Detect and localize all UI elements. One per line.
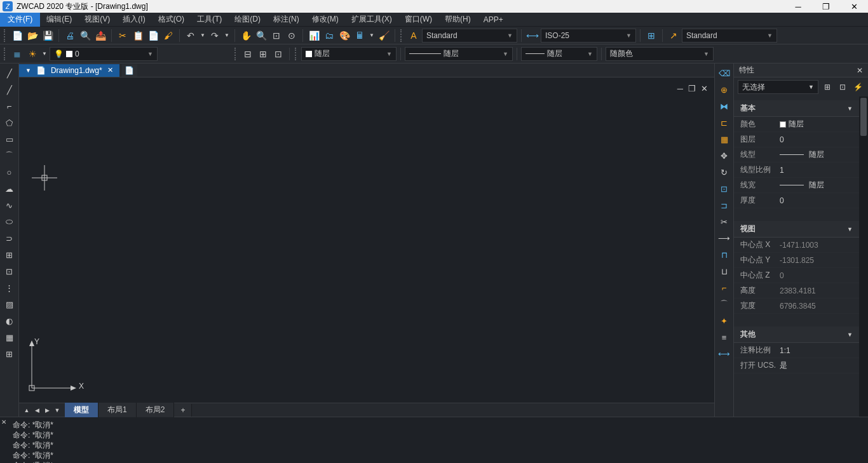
properties-scrollbar[interactable] bbox=[859, 97, 868, 417]
copy-obj-icon[interactable]: ⊕ bbox=[717, 83, 731, 97]
redo-icon[interactable]: ↷ bbox=[208, 29, 222, 43]
viewport-restore-icon[interactable]: ❐ bbox=[688, 84, 696, 93]
break-icon[interactable]: ⊓ bbox=[717, 248, 731, 262]
scale-icon[interactable]: ⊡ bbox=[717, 182, 731, 196]
design-center-icon[interactable]: 🗂 bbox=[322, 29, 336, 43]
mirror-icon[interactable]: ⧓ bbox=[717, 99, 731, 113]
prop-row-annoscale[interactable]: 注释比例1:1 bbox=[734, 343, 859, 358]
section-view[interactable]: 视图▼ bbox=[734, 221, 859, 238]
align-icon[interactable]: ≡ bbox=[717, 330, 731, 344]
layer-dropdown[interactable]: 💡0▼ bbox=[50, 47, 158, 61]
grip-icon[interactable] bbox=[400, 29, 404, 42]
tab-close-icon[interactable]: ✕ bbox=[107, 66, 113, 74]
layout-tab-layout2[interactable]: 布局2 bbox=[137, 403, 175, 417]
zoom-window-icon[interactable]: ⊡ bbox=[269, 29, 283, 43]
menu-dimension[interactable]: 标注(N) bbox=[267, 12, 306, 27]
undo-icon[interactable]: ↶ bbox=[184, 29, 198, 43]
text-style-dropdown[interactable]: Standard▼ bbox=[422, 29, 517, 43]
copy-icon[interactable]: 📋 bbox=[131, 29, 145, 43]
document-tab[interactable]: ▼ 📄 Drawing1.dwg* ✕ bbox=[19, 64, 119, 77]
prop-row-ucs[interactable]: 打开 UCS...是 bbox=[734, 358, 859, 373]
open-file-icon[interactable]: 📂 bbox=[25, 29, 39, 43]
layout-tab-add[interactable]: + bbox=[174, 404, 192, 417]
grip-icon[interactable] bbox=[4, 48, 8, 60]
paste-icon[interactable]: 📄 bbox=[146, 29, 160, 43]
minimize-button[interactable]: ─ bbox=[784, 0, 812, 13]
lengthen-icon[interactable]: ⟷ bbox=[717, 347, 731, 361]
maximize-button[interactable]: ❐ bbox=[812, 0, 840, 13]
layer-off-icon[interactable]: ⊡ bbox=[271, 47, 285, 61]
polygon-icon[interactable]: ⬠ bbox=[3, 116, 17, 130]
make-block-icon[interactable]: ⊡ bbox=[3, 264, 17, 278]
match-props-icon[interactable]: 🖌 bbox=[161, 29, 175, 43]
drawing-viewport[interactable]: ─ ❐ ✕ Y X bbox=[19, 77, 714, 403]
section-other[interactable]: 其他▼ bbox=[734, 326, 859, 343]
command-close-icon[interactable]: ✕ bbox=[1, 419, 6, 426]
plotstyle-dropdown[interactable]: 随颜色▼ bbox=[606, 47, 714, 61]
rotate-icon[interactable]: ↻ bbox=[717, 165, 731, 179]
table-style-icon[interactable]: ⊞ bbox=[644, 29, 658, 43]
menu-help[interactable]: 帮助(H) bbox=[438, 12, 477, 27]
menu-file[interactable]: 文件(F) bbox=[0, 13, 40, 27]
section-basic[interactable]: 基本▼ bbox=[734, 100, 859, 117]
menu-window[interactable]: 窗口(W) bbox=[398, 12, 438, 27]
undo-dropdown-icon[interactable]: ▼ bbox=[199, 29, 207, 43]
menu-tools[interactable]: 工具(T) bbox=[191, 12, 228, 27]
region-icon[interactable]: ▦ bbox=[3, 330, 17, 344]
layout-tab-layout1[interactable]: 布局1 bbox=[98, 403, 137, 417]
prop-row-color[interactable]: 颜色随层 bbox=[734, 117, 859, 132]
menu-view[interactable]: 视图(V) bbox=[78, 12, 116, 27]
point-icon[interactable]: ⋮ bbox=[3, 281, 17, 295]
layout-first-icon[interactable]: ▲ bbox=[22, 405, 32, 415]
layer-states-icon[interactable]: ☀ bbox=[25, 47, 39, 61]
new-tab-icon[interactable]: 📄 bbox=[122, 64, 137, 77]
menu-insert[interactable]: 插入(I) bbox=[116, 12, 151, 27]
menu-edit[interactable]: 编辑(E) bbox=[40, 12, 78, 27]
menu-format[interactable]: 格式(O) bbox=[152, 12, 191, 27]
trim-icon[interactable]: ✂ bbox=[717, 215, 731, 229]
revcloud-icon[interactable]: ☁ bbox=[3, 182, 17, 196]
viewport-close-icon[interactable]: ✕ bbox=[701, 84, 708, 93]
save-file-icon[interactable]: 💾 bbox=[41, 29, 55, 43]
chamfer-icon[interactable]: ⌐ bbox=[717, 281, 731, 295]
properties-close-icon[interactable]: ✕ bbox=[857, 66, 863, 75]
calculator-icon[interactable]: 🖩 bbox=[353, 29, 367, 43]
clean-icon[interactable]: 🧹 bbox=[377, 29, 391, 43]
dim-style-dropdown[interactable]: ISO-25▼ bbox=[541, 29, 636, 43]
print-icon[interactable]: 🖨 bbox=[63, 29, 77, 43]
grip-icon[interactable] bbox=[234, 48, 238, 60]
extend-icon[interactable]: ⟶ bbox=[717, 231, 731, 245]
line-icon[interactable]: ╱ bbox=[3, 66, 17, 80]
spline-icon[interactable]: ∿ bbox=[3, 198, 17, 212]
ellipse-arc-icon[interactable]: ⊃ bbox=[3, 231, 17, 245]
explode-icon[interactable]: ✦ bbox=[717, 314, 731, 328]
new-file-icon[interactable]: 📄 bbox=[10, 29, 24, 43]
layout-prev-icon[interactable]: ◀ bbox=[32, 405, 42, 415]
prop-row-thickness[interactable]: 厚度0 bbox=[734, 193, 859, 208]
pan-icon[interactable]: ✋ bbox=[239, 29, 253, 43]
publish-icon[interactable]: 📤 bbox=[93, 29, 107, 43]
prop-row-ltscale[interactable]: 线型比例1 bbox=[734, 163, 859, 178]
toggle-pickadd-icon[interactable]: ⚡ bbox=[851, 81, 864, 93]
insert-block-icon[interactable]: ⊞ bbox=[3, 248, 17, 262]
more-dropdown-icon[interactable]: ▼ bbox=[368, 29, 376, 43]
zoom-realtime-icon[interactable]: 🔍 bbox=[254, 29, 268, 43]
lineweight-dropdown[interactable]: 随层▼ bbox=[521, 47, 597, 61]
erase-icon[interactable]: ⌫ bbox=[717, 66, 731, 80]
menu-modify[interactable]: 修改(M) bbox=[306, 12, 345, 27]
ellipse-icon[interactable]: ⬭ bbox=[3, 215, 17, 229]
prop-row-linetype[interactable]: 线型随层 bbox=[734, 147, 859, 163]
mleader-style-dropdown[interactable]: Standard▼ bbox=[682, 29, 777, 43]
layout-last-icon[interactable]: ▼ bbox=[52, 405, 62, 415]
mleader-style-icon[interactable]: ↗ bbox=[667, 29, 681, 43]
prop-row-layer[interactable]: 图层0 bbox=[734, 132, 859, 147]
layout-next-icon[interactable]: ▶ bbox=[42, 405, 52, 415]
grip-icon[interactable] bbox=[4, 29, 8, 42]
layout-tab-model[interactable]: 模型 bbox=[65, 403, 98, 417]
viewport-minimize-icon[interactable]: ─ bbox=[677, 84, 683, 93]
array-icon[interactable]: ▦ bbox=[717, 132, 731, 146]
fillet-icon[interactable]: ⌒ bbox=[717, 297, 731, 311]
layer-iso-icon[interactable]: ⊟ bbox=[241, 47, 255, 61]
linetype-dropdown[interactable]: 随层▼ bbox=[405, 47, 513, 61]
rectangle-icon[interactable]: ▭ bbox=[3, 132, 17, 146]
